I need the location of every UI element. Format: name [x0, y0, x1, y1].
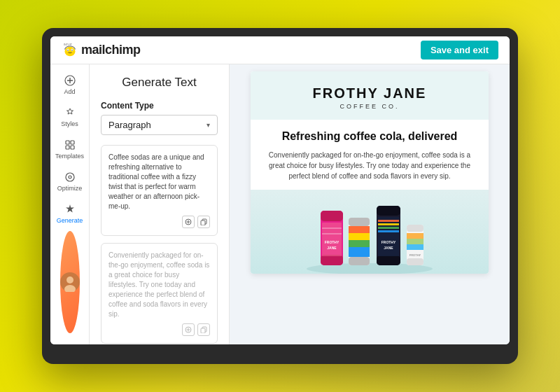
email-header: FROTHY JANE COFFEE CO.	[251, 71, 489, 120]
svg-rect-60	[407, 225, 424, 232]
email-headline-text: Refreshing coffee cola, delivered	[265, 130, 475, 144]
freddie-icon: INTUIT	[62, 42, 78, 59]
svg-rect-37	[322, 223, 342, 256]
svg-point-16	[66, 276, 74, 284]
svg-text:FROTHY: FROTHY	[382, 240, 396, 244]
sidebar-templates-label: Templates	[55, 153, 84, 160]
svg-rect-50	[377, 206, 400, 216]
screen: INTUIT mailchimp Save and exit Add	[50, 36, 510, 344]
svg-rect-53	[378, 220, 399, 222]
svg-rect-11	[66, 146, 69, 149]
content-type-select[interactable]: Paragraph ▾	[101, 115, 218, 135]
content-type-value: Paragraph	[108, 120, 151, 130]
mailchimp-logo: INTUIT mailchimp	[62, 42, 141, 59]
svg-text:FROTHY: FROTHY	[325, 240, 340, 244]
svg-rect-45	[349, 226, 370, 233]
chevron-down-icon: ▾	[206, 121, 210, 129]
svg-rect-44	[349, 257, 370, 265]
sidebar-styles-label: Styles	[61, 120, 78, 127]
email-image-area: FROTHY JANE	[251, 190, 489, 274]
preview-panel: FROTHY JANE COFFEE CO. Refreshing coffee…	[230, 64, 510, 344]
sidebar-item-add[interactable]: Add	[53, 70, 87, 99]
brand-sub: COFFEE CO.	[262, 103, 477, 110]
svg-text:JANE: JANE	[327, 246, 337, 250]
svg-rect-46	[349, 233, 370, 240]
sidebar: Add Styles Templates	[50, 64, 90, 344]
svg-rect-36	[321, 255, 343, 265]
user-avatar[interactable]	[60, 231, 80, 333]
laptop-frame: INTUIT mailchimp Save and exit Add	[42, 28, 518, 364]
content-type-label: Content Type	[101, 101, 218, 111]
card1-copy-btn[interactable]	[197, 216, 210, 228]
save-exit-button[interactable]: Save and exit	[421, 41, 498, 59]
email-preview: FROTHY JANE COFFEE CO. Refreshing coffee…	[251, 71, 489, 274]
brand-name: FROTHY JANE	[262, 85, 477, 102]
svg-point-4	[71, 49, 73, 50]
email-headline: Refreshing coffee cola, delivered	[251, 120, 489, 150]
svg-rect-47	[349, 240, 370, 247]
svg-rect-55	[378, 227, 399, 229]
svg-text:FROTHY: FROTHY	[410, 253, 421, 257]
sidebar-generate-label: Generate	[57, 217, 83, 224]
logo-text: mailchimp	[81, 43, 141, 57]
card1-actions	[108, 216, 210, 228]
left-panel: Generate Text Content Type Paragraph ▾ C…	[90, 64, 230, 344]
card1-text: Coffee sodas are a unique and refreshing…	[108, 153, 204, 210]
svg-rect-52	[378, 217, 399, 256]
svg-rect-9	[66, 141, 69, 144]
email-body: Conveniently packaged for on-the-go enjo…	[251, 150, 489, 190]
svg-rect-12	[71, 146, 74, 149]
svg-rect-64	[407, 244, 424, 250]
templates-icon	[64, 139, 76, 151]
svg-text:INTUIT: INTUIT	[64, 43, 73, 46]
svg-rect-48	[349, 247, 370, 257]
svg-rect-56	[378, 230, 399, 232]
top-bar: INTUIT mailchimp Save and exit	[50, 36, 510, 64]
svg-text:JANE: JANE	[384, 246, 393, 250]
text-card-2: Conveniently packaged for on-the-go enjo…	[101, 243, 218, 344]
svg-rect-61	[407, 258, 424, 265]
svg-rect-27	[201, 328, 205, 333]
card2-copy-btn[interactable]	[197, 323, 210, 336]
svg-rect-35	[321, 211, 343, 221]
card2-text: Conveniently packaged for on-the-go enjo…	[108, 251, 209, 318]
svg-rect-51	[377, 255, 400, 265]
sidebar-item-styles[interactable]: Styles	[53, 102, 87, 132]
add-icon	[64, 74, 76, 87]
panel-title: Generate Text	[101, 76, 218, 90]
svg-rect-10	[71, 141, 74, 144]
optimize-icon	[64, 171, 76, 183]
main-area: Add Styles Templates	[50, 64, 510, 344]
avatar-container	[60, 231, 80, 339]
card2-plus-btn[interactable]	[182, 323, 195, 336]
generate-icon	[64, 203, 76, 216]
card2-actions	[108, 323, 210, 336]
svg-point-3	[67, 49, 69, 50]
svg-rect-22	[201, 220, 205, 225]
text-card-1: Coffee sodas are a unique and refreshing…	[101, 145, 218, 236]
svg-point-13	[66, 173, 74, 181]
card1-plus-btn[interactable]	[182, 216, 195, 228]
svg-point-0	[65, 46, 76, 56]
sidebar-add-label: Add	[64, 88, 75, 95]
styles-icon	[64, 106, 76, 119]
svg-rect-62	[407, 233, 424, 239]
sidebar-item-optimize[interactable]: Optimize	[53, 167, 87, 196]
cans-illustration: FROTHY JANE	[300, 193, 440, 274]
svg-rect-54	[378, 223, 399, 225]
sidebar-optimize-label: Optimize	[57, 185, 83, 192]
sidebar-item-templates[interactable]: Templates	[53, 134, 87, 164]
sidebar-item-generate[interactable]: Generate	[53, 199, 87, 228]
svg-point-14	[69, 176, 71, 178]
svg-rect-43	[349, 218, 370, 226]
svg-rect-63	[407, 239, 424, 244]
